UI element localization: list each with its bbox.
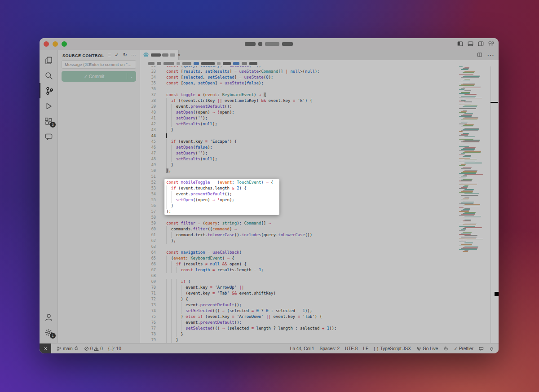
code-line[interactable]: 48 setResults(null); [140,156,499,162]
commit-dropdown-icon[interactable]: ⌄ [127,75,136,79]
code-line[interactable]: 69 if ( [140,279,499,285]
statusbar-item--10[interactable]: {..}: 10 [108,346,121,351]
split-editor-icon[interactable] [477,51,482,59]
close-window-button[interactable] [44,41,49,47]
statusbar-item-lf[interactable]: LF [363,346,368,351]
editor-group: ✕ ⋯ 32const [query, setQuery] = useState… [140,50,499,344]
sidebar-item-search[interactable] [40,68,57,83]
statusbar-item-go-live[interactable]: Go Live [416,346,438,351]
code-line[interactable]: 50}; [140,168,499,174]
statusbar-item-spaces-2[interactable]: Spaces: 2 [320,346,340,351]
code-line[interactable]: 35const [open, setOpen] = useState(false… [140,80,499,86]
code-line[interactable]: 77 setSelected(() ⇒ (selected ≡ length ?… [140,326,499,331]
code-line[interactable]: 55 setOpen((open) ⇒ !open); [140,197,499,203]
customize-layout-icon[interactable] [488,41,494,47]
code-line[interactable]: 73 event.preventDefault(); [140,302,499,308]
commit-message-input[interactable] [62,60,136,69]
code-line[interactable]: 51 [140,174,499,180]
statusbar-item[interactable] [443,346,448,351]
sidebar-item-accounts[interactable] [40,309,57,325]
view-as-list-icon[interactable]: ≡ [108,52,110,58]
tab-close-icon[interactable]: ✕ [177,53,181,57]
code-text: } [166,337,178,343]
code-line[interactable]: 37const toggle = (event: KeyboardEvent) … [140,92,499,98]
code-line[interactable]: 39 event.preventDefault(); [140,104,499,110]
code-line[interactable]: 46 setOpen(false); [140,145,499,150]
sidebar-item-run-debug[interactable] [40,98,57,114]
code-line[interactable]: 78 } [140,331,499,337]
code-line[interactable]: 44 [140,133,499,139]
code-line[interactable]: 76 event.preventDefault(); [140,320,499,326]
statusbar-item-main[interactable]: main [57,346,79,351]
code-line[interactable]: 33const [results, setResults] = useState… [140,69,499,75]
code-text: } else if (event.key ≡ 'ArrowDown' || ev… [166,314,322,320]
sidebar-item-remote-chat[interactable] [40,129,57,144]
code-line[interactable]: 63 [140,244,499,250]
sidebar-item-settings[interactable]: 1 [40,325,57,340]
code-line[interactable]: 64const navigation = useCallback( [140,250,499,255]
statusbar-item[interactable] [479,346,484,351]
code-line[interactable]: 40 setOpen((open) ⇒ !open); [140,110,499,115]
code-line[interactable]: 47 setQuery(''); [140,150,499,156]
code-line[interactable]: 36 [140,86,499,92]
window-controls[interactable] [44,41,67,47]
statusbar-item-ln-44-col-1[interactable]: Ln 44, Col 1 [290,346,314,351]
code-line[interactable]: 66 if (results ≠ null && open) { [140,261,499,267]
line-number: 71 [140,291,156,296]
breadcrumb-redacted-block [249,62,257,65]
code-text: ) { [166,296,188,302]
statusbar-item[interactable] [489,346,494,351]
statusbar-item-utf-8[interactable]: UTF-8 [345,346,358,351]
code-line[interactable]: 70 event.key ≡ 'ArrowUp' || [140,285,499,291]
code-line[interactable]: 72 ) { [140,296,499,302]
sidebar-item-explorer[interactable] [40,53,57,68]
statusbar-item-0[interactable]: 00 [84,346,103,351]
code-line[interactable]: 67 const length = results.length - 1; [140,267,499,273]
code-line[interactable]: 62 ); [140,238,499,244]
code-line[interactable]: 75 } else if (event.key ≡ 'ArrowDown' ||… [140,314,499,320]
code-line[interactable]: 43 } [140,127,499,133]
code-line[interactable]: 56 } [140,203,499,209]
sidebar-item-source-control[interactable] [40,83,58,98]
code-line[interactable]: 68 [140,273,499,279]
code-line[interactable]: 71 (event.key ≡ 'Tab' && event.shiftKey) [140,291,499,296]
code-line[interactable]: 60 commands.filter((command) ⇒ [140,226,499,232]
code-line[interactable]: 34const [selected, setSelected] = useSta… [140,75,499,80]
code-line[interactable]: 59const filter = (query: string): Comman… [140,220,499,226]
code-line[interactable]: 61 command.text.toLowerCase().includes(q… [140,232,499,238]
code-line[interactable]: 45 if (event.key ≡ 'Escape') { [140,139,499,145]
commit-button[interactable]: ✓ Commit ⌄ [62,71,136,82]
tab-active-redacted[interactable]: ✕ [140,50,179,60]
code-line[interactable]: 52const mobileToggle = (event: TouchEven… [140,180,499,185]
code-line[interactable]: 38 if ((event.ctrlKey || event.metaKey) … [140,98,499,104]
editor-code[interactable]: 32const [query, setQuery] = useState('')… [140,66,499,344]
code-line[interactable]: 74 setSelected(() ⇒ (selected ≡ 0 ? 0 : … [140,308,499,314]
refresh-icon[interactable]: ↻ [123,52,127,58]
breadcrumb[interactable] [140,60,499,66]
statusbar-item-prettier[interactable]: ✓Prettier [454,346,473,351]
remote-indicator-icon[interactable] [40,344,51,353]
code-line[interactable]: 65 (event: KeyboardEvent) ⇒ { [140,255,499,261]
code-line[interactable]: 58 [140,215,499,220]
code-line[interactable]: 53 if (event.touches.length ≥ 2) { [140,185,499,191]
zoom-window-button[interactable] [62,41,67,47]
breadcrumb-redacted-block [177,62,180,65]
code-line[interactable]: 41 setQuery(''); [140,115,499,121]
minimize-window-button[interactable] [53,41,58,47]
editor-more-actions-icon[interactable]: ⋯ [487,51,494,59]
toggle-primary-sidebar-icon[interactable] [457,41,463,47]
sidebar-item-extensions[interactable]: 3 [40,114,57,129]
line-number: 59 [140,220,156,226]
toggle-secondary-sidebar-icon[interactable] [478,41,484,47]
code-line[interactable]: 57}; [140,209,499,215]
more-actions-icon[interactable]: ⋯ [131,52,136,58]
code-text: if (event.touches.length ≥ 2) { [166,185,247,191]
toggle-panel-icon[interactable] [468,41,473,47]
breadcrumb-redacted-block [242,62,247,65]
code-line[interactable]: 49 } [140,162,499,168]
code-line[interactable]: 54 event.preventDefault(); [140,191,499,197]
code-line[interactable]: 42 setResults(null); [140,121,499,127]
code-line[interactable]: 79 } [140,337,499,343]
statusbar-item-typescript-jsx[interactable]: { }TypeScript JSX [374,346,411,351]
commit-check-icon[interactable]: ✓ [115,52,119,58]
